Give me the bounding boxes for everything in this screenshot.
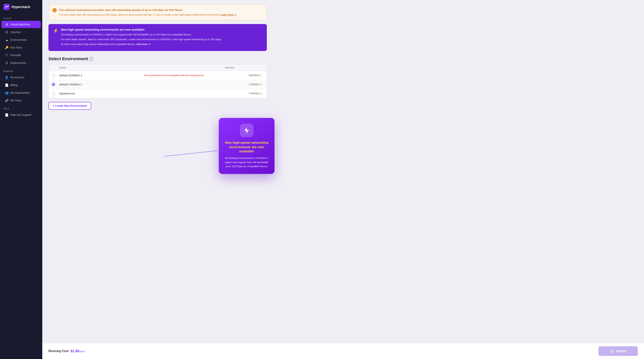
table-row[interactable]: default-CANADA-1 CANADA-1 [49, 80, 267, 89]
sidebar-item-deployments[interactable]: ☰ Deployments [2, 59, 41, 67]
env-name-norway: default-NORWAY-1 [60, 74, 142, 77]
sidebar-item-label: API Keys [10, 99, 22, 102]
sidebar-item-label: Key Pairs [10, 46, 22, 49]
purple-banner-link[interactable]: click here ↗ [136, 43, 150, 46]
sidebar-item-label: Deployments [10, 61, 26, 65]
env-name-hyperbot: hyperbot-env [60, 92, 142, 95]
warning-title: The selected environment provides inter-… [59, 8, 237, 12]
col-region: REGION [225, 67, 264, 69]
cost-label: Running Cost [48, 349, 69, 353]
api-keys-icon: 🔗 [5, 99, 8, 102]
environment-table: NAME REGION default-NORWAY-1 This enviro… [48, 65, 267, 98]
deployments-icon: ☰ [5, 61, 8, 65]
section-title: Select Environment i [48, 56, 267, 61]
deploy-label: Deploy [616, 349, 626, 353]
radio-norway[interactable] [52, 74, 55, 77]
svg-line-1 [164, 151, 218, 156]
help-support-icon: 📄 [5, 113, 8, 117]
sidebar-item-virtual-machines[interactable]: ⊞ Virtual Machines [2, 21, 41, 28]
table-row[interactable]: hyperbot-env CANADA-1 [49, 89, 267, 98]
purple-banner-title: New high-speed networking environments a… [61, 28, 222, 31]
running-cost: Running Cost $1.90/hour [48, 349, 85, 353]
purple-banner: ⚡ New high-speed networking environments… [48, 24, 267, 51]
popup-lightning-icon [243, 127, 250, 134]
popup-card: New high-speed networking environments a… [219, 118, 274, 174]
radio-hyperbot[interactable] [52, 92, 55, 95]
sidebar-item-label: Billing [10, 84, 18, 87]
bottom-bar: Running Cost $1.90/hour ⊙ Deploy [42, 343, 644, 359]
env-name-canada-1: default-CANADA-1 [60, 83, 142, 86]
purple-banner-content: New high-speed networking environments a… [61, 28, 222, 47]
volumes-icon: ☰ [5, 31, 8, 34]
table-header: NAME REGION [49, 65, 267, 71]
warning-banner: ! The selected environment provides inte… [48, 5, 267, 20]
env-region-canada-1: CANADA-1 [225, 83, 264, 86]
warning-body: For even faster inter-VM networking up t… [59, 13, 220, 16]
sidebar-item-label: My Account [10, 76, 24, 79]
lightning-icon: ⚡ [53, 28, 58, 33]
key-pairs-icon: 🔑 [5, 46, 8, 49]
sidebar-item-label: My Organization [10, 91, 30, 94]
env-incompatible-note: This environment is not compatible with … [144, 74, 225, 77]
app-name: Hyperstack [12, 5, 30, 9]
deploy-button[interactable]: ⊙ Deploy [598, 346, 638, 356]
svg-rect-0 [4, 4, 10, 10]
popup-title: New high-speed networking environments a… [224, 141, 270, 154]
sidebar-item-volumes[interactable]: ☰ Volumes [2, 29, 41, 36]
env-region-norway: NORWAY-1 [225, 74, 264, 77]
radio-canada-1[interactable] [52, 83, 55, 86]
env-region-hyperbot: CANADA-1 [225, 92, 264, 95]
sidebar-item-label: Help and Support [10, 113, 31, 116]
logo: Hyperstack [0, 0, 42, 14]
info-icon[interactable]: i [90, 57, 93, 61]
purple-banner-line-2: For even faster speeds, ideal for multi-… [61, 38, 222, 42]
cloud-section-label: CLOUD [0, 14, 42, 21]
sidebar-item-api-keys[interactable]: 🔗 API Keys [2, 97, 41, 104]
section-title-text: Select Environment [48, 56, 88, 61]
warning-text: The selected environment provides inter-… [59, 8, 237, 17]
col-name: NAME [60, 67, 142, 69]
sidebar-item-help-support[interactable]: 📄 Help and Support [2, 111, 41, 119]
deploy-icon: ⊙ [610, 349, 614, 353]
sidebar-item-label: Volumes [10, 31, 21, 34]
col-radio [52, 67, 60, 69]
sidebar-item-my-account[interactable]: 👤 My Account [2, 74, 41, 81]
sidebar-item-my-organization[interactable]: 👥 My Organization [2, 89, 41, 96]
sidebar-item-environments[interactable]: ☁ Environments [2, 36, 41, 44]
select-environment-section: Select Environment i NAME REGION default… [48, 56, 267, 117]
sidebar-item-label: Environments [10, 38, 27, 41]
my-account-icon: 👤 [5, 76, 8, 79]
table-row[interactable]: default-NORWAY-1 This environment is not… [49, 71, 267, 80]
sidebar-item-label: Virtual Machines [10, 23, 30, 26]
environments-icon: ☁ [5, 38, 8, 42]
sidebar-item-firewalls[interactable]: 🛡 Firewalls [2, 52, 41, 59]
virtual-machines-icon: ⊞ [5, 23, 8, 26]
billing-icon: 📄 [5, 83, 8, 87]
per-hour-label: /hour [79, 350, 85, 353]
main-content: ! The selected environment provides inte… [42, 0, 644, 359]
warning-icon: ! [52, 8, 57, 12]
purple-banner-line-3: To learn more about high-speed networkin… [61, 42, 222, 46]
sidebar-item-label: Firewalls [10, 54, 21, 57]
popup-body: All existing environments in CANADA-1 re… [224, 156, 270, 168]
firewalls-icon: 🛡 [5, 54, 8, 57]
cost-price: $1.90/hour [70, 349, 85, 353]
connector-line [164, 145, 218, 168]
help-section-label: HELP [0, 104, 42, 111]
price-value: $1.90 [70, 349, 79, 353]
logo-icon [4, 4, 10, 10]
col-details [142, 67, 225, 69]
popup-card-icon-wrap [240, 124, 253, 137]
purple-banner-line-1: All existing environments in CANADA-1 re… [61, 33, 222, 37]
create-environment-button[interactable]: + Create New Environment [48, 102, 91, 110]
warning-learn-more-link[interactable]: Learn more ↗ [220, 13, 237, 16]
manage-section-label: MANAGE [0, 67, 42, 74]
sidebar-item-billing[interactable]: 📄 Billing [2, 81, 41, 89]
my-organization-icon: 👥 [5, 91, 8, 95]
sidebar: Hyperstack CLOUD ⊞ Virtual Machines ☰ Vo… [0, 0, 42, 359]
sidebar-item-key-pairs[interactable]: 🔑 Key Pairs [2, 44, 41, 51]
